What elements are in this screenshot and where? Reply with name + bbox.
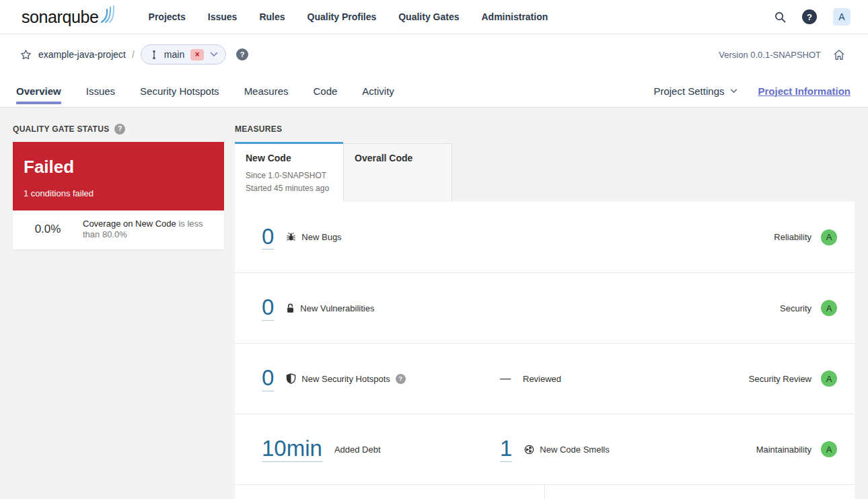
added-debt-label-group: Added Debt [334, 445, 381, 455]
branch-icon [150, 50, 158, 60]
sonarqube-logo[interactable]: sonarqube [22, 7, 116, 27]
tab-new-code[interactable]: New Code Since 1.0-SNAPSHOT Started 45 m… [235, 142, 343, 202]
new-vulnerabilities-label-group: New Vulnerabilities [286, 303, 374, 313]
tab-actions: Project Settings Project Information [653, 85, 851, 97]
bug-icon [286, 232, 296, 242]
condition-value: 0.0% [24, 223, 72, 236]
reliability-label: Reliability [774, 232, 811, 242]
nav-administration[interactable]: Administration [482, 11, 548, 22]
chevron-down-icon[interactable] [210, 52, 218, 57]
tab-overall-code[interactable]: Overall Code [343, 143, 452, 202]
tab-activity[interactable]: Activity [362, 75, 394, 107]
nav-quality-profiles[interactable]: Quality Profiles [308, 11, 377, 22]
measure-row-maintainability: 10min Added Debt 1 [235, 414, 855, 484]
quality-gate-title-row: QUALITY GATE STATUS ? [13, 124, 224, 134]
tab-overall-code-label: Overall Code [355, 153, 441, 163]
project-information-link[interactable]: Project Information [758, 85, 851, 97]
branch-help-icon[interactable]: ? [236, 48, 248, 61]
condition-metric-link[interactable]: Coverage on New Code [83, 219, 176, 229]
reviewed-label: Reviewed [523, 374, 561, 384]
quality-gate-conditions-count: 1 conditions failed [24, 188, 213, 198]
new-code-smells-label-group: New Code Smells [524, 445, 609, 455]
added-debt-link[interactable]: 10min [262, 436, 322, 462]
reliability-rating-badge[interactable]: A [821, 229, 837, 245]
tab-overview-label: Overview [16, 85, 61, 97]
quality-gate-status: Failed [24, 157, 213, 178]
tab-overview[interactable]: Overview [16, 75, 61, 107]
quality-gate-title: QUALITY GATE STATUS [13, 124, 109, 134]
quality-gate-help-icon[interactable]: ? [114, 124, 125, 135]
project-version: Version 0.0.1-SNAPSHOT [719, 50, 821, 60]
nav-projects[interactable]: Projects [149, 11, 186, 22]
quality-gate-card: Failed 1 conditions failed 0.0% Coverage… [13, 142, 224, 250]
project-tab-bar: Overview Issues Security Hotspots Measur… [0, 75, 868, 107]
maintainability-label: Maintainability [756, 445, 811, 455]
branch-name: main [164, 49, 184, 60]
main-nav: Projects Issues Rules Quality Profiles Q… [149, 11, 548, 22]
next-row-right-cell [545, 485, 855, 499]
overview-content: QUALITY GATE STATUS ? Failed 1 condition… [0, 108, 868, 499]
help-icon[interactable]: ? [802, 9, 817, 24]
security-review-label: Security Review [749, 374, 811, 384]
topbar-right: ? A [774, 8, 851, 26]
tab-new-code-label: New Code [246, 153, 332, 163]
nav-rules[interactable]: Rules [259, 11, 285, 22]
new-bugs-count-link[interactable]: 0 [262, 225, 274, 250]
new-bugs-label: New Bugs [301, 232, 341, 242]
new-vulnerabilities-count-link[interactable]: 0 [262, 295, 274, 321]
failed-condition-row: 0.0% Coverage on New Code is less than 8… [13, 210, 224, 250]
tab-security-hotspots[interactable]: Security Hotspots [140, 75, 219, 107]
shield-icon [286, 373, 296, 384]
branch-selector[interactable]: main × [141, 44, 226, 65]
project-header: example-java-project / main × ? Version … [0, 34, 868, 108]
close-icon[interactable]: × [190, 49, 204, 61]
nav-issues[interactable]: Issues [208, 11, 238, 22]
new-code-started: Started 45 minutes ago [246, 182, 332, 195]
new-code-smells-group: 1 New Code Smells [500, 436, 610, 462]
measures-title: MEASURES [235, 124, 282, 134]
reviewed-group: — Reviewed [500, 373, 561, 385]
new-security-hotspots-label: New Security Hotspots [301, 374, 390, 384]
next-measures-row-partial [235, 484, 855, 499]
measures-tabs: New Code Since 1.0-SNAPSHOT Started 45 m… [235, 142, 855, 202]
home-icon[interactable] [833, 49, 845, 61]
new-security-hotspots-count-link[interactable]: 0 [262, 366, 274, 391]
avatar[interactable]: A [833, 8, 851, 26]
tab-new-code-subtitle: Since 1.0-SNAPSHOT Started 45 minutes ag… [246, 169, 332, 195]
measures-body: 0 New Bugs Reliability A [235, 202, 855, 499]
new-code-smells-count-link[interactable]: 1 [500, 436, 512, 462]
security-review-rating-badge[interactable]: A [821, 371, 837, 387]
tab-code[interactable]: Code [313, 75, 337, 107]
project-settings-dropdown[interactable]: Project Settings [653, 85, 737, 97]
project-settings-label: Project Settings [653, 85, 724, 97]
new-code-smells-label: New Code Smells [540, 445, 609, 455]
favorite-star-icon[interactable] [20, 49, 32, 61]
nav-quality-gates[interactable]: Quality Gates [398, 11, 459, 22]
active-tab-underline [16, 102, 61, 104]
security-rating-group: Security A [780, 300, 837, 316]
measures-section: MEASURES New Code Since 1.0-SNAPSHOT Sta… [235, 124, 855, 499]
top-navigation-bar: sonarqube Projects Issues Rules Quality … [0, 0, 868, 34]
lock-open-icon [286, 303, 295, 313]
code-smell-icon [524, 445, 534, 455]
security-label: Security [780, 303, 811, 313]
measure-row-reliability: 0 New Bugs Reliability A [235, 202, 855, 272]
new-code-since: Since 1.0-SNAPSHOT [246, 169, 332, 182]
maintainability-rating-group: Maintainability A [756, 441, 837, 457]
measure-row-security: 0 New Vulnerabilities Security A [235, 272, 855, 343]
tab-measures[interactable]: Measures [244, 75, 289, 107]
logo-text-light: qube [63, 7, 99, 27]
new-bugs-label-group: New Bugs [286, 232, 341, 242]
tab-issues[interactable]: Issues [86, 75, 115, 107]
hotspots-help-icon[interactable]: ? [396, 374, 406, 384]
maintainability-rating-badge[interactable]: A [821, 441, 837, 457]
security-rating-badge[interactable]: A [821, 300, 837, 316]
project-name-link[interactable]: example-java-project [38, 49, 126, 60]
breadcrumb-separator: / [132, 49, 135, 60]
measures-title-row: MEASURES [235, 124, 855, 134]
new-security-hotspots-label-group: New Security Hotspots ? [286, 373, 406, 384]
new-vulnerabilities-label: New Vulnerabilities [300, 303, 374, 313]
reviewed-dash: — [500, 373, 511, 385]
added-debt-label: Added Debt [334, 445, 381, 455]
search-icon[interactable] [774, 11, 786, 23]
